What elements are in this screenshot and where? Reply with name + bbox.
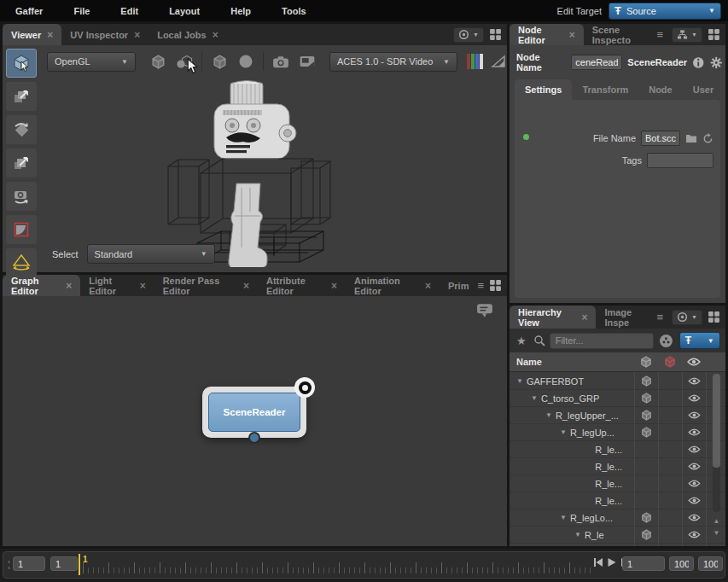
scrollbar-thumb[interactable] (713, 374, 720, 468)
graph-canvas[interactable]: SceneReader (3, 296, 507, 546)
tab-render-pass-editor[interactable]: Render Pass Editor × (154, 275, 258, 296)
timeline-ruler[interactable] (83, 555, 591, 576)
light-tool-button[interactable] (6, 248, 37, 277)
node-name-input[interactable] (571, 55, 622, 70)
info-icon[interactable] (692, 56, 704, 69)
current-frame-input[interactable] (622, 556, 665, 571)
table-row[interactable]: ▼R_legUpper_... (510, 407, 725, 424)
bookmark-star-icon[interactable]: ★ (516, 335, 527, 347)
close-icon[interactable]: × (331, 280, 337, 292)
eye-icon[interactable] (688, 377, 701, 385)
close-icon[interactable]: × (140, 280, 146, 292)
node-output-plug[interactable] (248, 432, 260, 444)
layout-grid-icon[interactable] (708, 311, 720, 323)
close-icon[interactable]: × (425, 280, 431, 292)
close-icon[interactable]: × (134, 29, 140, 41)
skip-to-start-icon[interactable] (593, 557, 603, 567)
close-icon[interactable]: × (243, 280, 249, 292)
menu-edit[interactable]: Edit (108, 3, 150, 20)
eye-icon[interactable] (688, 497, 701, 504)
inclusions-cube-icon[interactable] (640, 356, 652, 368)
set-cube-icon[interactable] (641, 512, 652, 523)
tab-node-editor[interactable]: Node Editor × (510, 24, 584, 45)
name-column-header[interactable]: Name (510, 357, 634, 367)
shading-mode-button[interactable] (147, 51, 169, 72)
scroll-down-icon[interactable]: ▼ (712, 528, 721, 538)
set-cube-icon[interactable] (641, 529, 652, 540)
tags-input[interactable] (647, 153, 713, 168)
tab-menu-icon[interactable]: ≡ (656, 311, 663, 323)
menu-file[interactable]: File (61, 3, 102, 20)
expander-icon[interactable]: ▼ (560, 428, 567, 436)
close-icon[interactable]: × (581, 311, 587, 323)
exposure-gamma-button[interactable] (487, 51, 510, 72)
select-mode-dropdown[interactable]: Standard ▼ (87, 244, 215, 264)
playhead[interactable] (79, 554, 80, 575)
translate-tool-button[interactable] (6, 82, 37, 111)
timeline-grip[interactable] (8, 561, 10, 569)
table-row[interactable]: ▼R_legLo... (510, 509, 725, 527)
tab-animation-editor[interactable]: Animation Editor × (346, 275, 440, 296)
hierarchy-focus-dropdown[interactable]: ▼ (672, 310, 702, 325)
select-tool-button[interactable] (6, 49, 37, 78)
play-icon[interactable] (607, 557, 617, 567)
edit-target-dropdown[interactable]: Ŧ Source ▼ (609, 3, 721, 20)
annotation-bubble-icon[interactable] (476, 303, 493, 318)
playback-end-input[interactable] (669, 556, 694, 571)
tab-viewer[interactable]: Viewer × (3, 24, 61, 45)
menu-layout[interactable]: Layout (157, 3, 212, 20)
table-row[interactable]: R_le... (510, 475, 725, 492)
close-icon[interactable]: × (569, 29, 575, 41)
eye-icon[interactable] (688, 531, 701, 538)
file-name-input[interactable] (641, 131, 680, 146)
catalogue-button[interactable] (296, 51, 318, 72)
menu-tools[interactable]: Tools (270, 3, 318, 20)
layout-grid-icon[interactable] (708, 28, 720, 41)
expander-icon[interactable]: ▼ (545, 411, 552, 419)
menu-gaffer[interactable]: Gaffer (3, 3, 55, 20)
exclusions-cube-icon[interactable] (664, 356, 676, 368)
table-row[interactable]: R_le... (510, 492, 725, 509)
node-editor-mode-dropdown[interactable]: ▼ (672, 27, 702, 43)
viewer-focus-dropdown[interactable]: ▼ (453, 27, 484, 43)
tab-transform[interactable]: Transform (572, 79, 638, 100)
eye-icon[interactable] (688, 445, 701, 453)
expander-icon[interactable]: ▼ (531, 394, 538, 402)
tab-prim-truncated[interactable]: Prim (440, 275, 477, 296)
viewer-viewport[interactable]: OpenGL ▼ (3, 45, 507, 272)
folder-icon[interactable] (685, 133, 697, 143)
scrollbar[interactable] (713, 374, 720, 512)
table-row[interactable]: ▼R_legUp... (510, 424, 725, 441)
table-row[interactable]: ▼R_le (510, 527, 725, 544)
set-cube-icon[interactable] (641, 393, 652, 404)
eye-icon[interactable] (688, 480, 701, 487)
set-cube-icon[interactable] (641, 375, 652, 387)
scale-tool-button[interactable] (6, 148, 37, 178)
close-icon[interactable]: × (66, 280, 72, 292)
eye-icon[interactable] (688, 428, 701, 436)
crop-window-tool-button[interactable] (6, 215, 37, 244)
scenereader-node[interactable]: SceneReader (202, 387, 306, 438)
layout-grid-icon[interactable] (489, 28, 502, 41)
tab-attribute-editor[interactable]: Attribute Editor × (258, 275, 346, 296)
playback-start-input[interactable] (50, 556, 78, 571)
visibility-eye-icon[interactable] (687, 358, 701, 366)
tab-user[interactable]: User (683, 79, 724, 100)
tab-graph-editor[interactable]: Graph Editor × (3, 275, 80, 296)
gear-icon[interactable] (710, 56, 722, 69)
table-row[interactable]: ▼GAFFERBOT (510, 373, 725, 390)
node-focus-ring[interactable] (294, 377, 315, 398)
display-transform-dropdown[interactable]: ACES 1.0 - SDR Video ▼ (329, 52, 457, 72)
scroll-up-icon[interactable]: ▲ (712, 516, 721, 526)
expander-icon[interactable]: ▼ (574, 531, 581, 538)
close-icon[interactable]: × (213, 29, 218, 41)
tab-light-editor[interactable]: Light Editor × (80, 275, 154, 296)
expander-icon[interactable]: ▼ (516, 377, 523, 385)
expander-icon[interactable]: ▼ (560, 514, 567, 521)
filter-options-icon[interactable] (659, 334, 673, 348)
tab-settings[interactable]: Settings (515, 79, 572, 100)
eye-icon[interactable] (688, 514, 701, 521)
tab-scene-inspector[interactable]: Scene Inspecto ≡ (584, 24, 672, 45)
eye-icon[interactable] (688, 463, 701, 470)
selection-mask-button[interactable] (208, 51, 230, 72)
